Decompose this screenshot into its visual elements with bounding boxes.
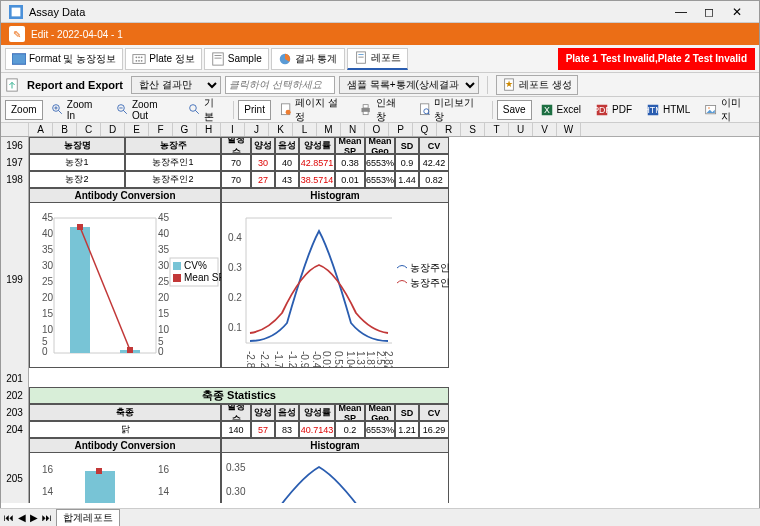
doc-star-icon: ★: [502, 78, 516, 92]
svg-rect-72: [77, 224, 83, 230]
window-title: Assay Data: [29, 6, 667, 18]
maximize-button[interactable]: ◻: [695, 3, 723, 21]
zoom-default-icon: [188, 103, 201, 117]
generate-report-button[interactable]: ★ 레포트 생성: [496, 75, 578, 95]
sheet-tab[interactable]: 합계레포트: [56, 509, 120, 527]
ribbon-tabs: Format 및 농장정보 Plate 정보 Sample 결과 통계 레포트 …: [1, 45, 759, 73]
svg-text:0.3: 0.3: [228, 262, 242, 273]
nav-last-icon[interactable]: ⏭: [42, 512, 52, 523]
sheet-tab-bar: ⏮ ◀ ▶ ⏭ 합계레포트: [0, 508, 760, 526]
printer-icon: [359, 103, 372, 117]
table-row: 197 농장1 농장주인1 70 30 40 42.8571 0.38 6553…: [1, 154, 759, 171]
page-setup-button[interactable]: 페이지 설정: [273, 100, 351, 120]
svg-text:30: 30: [158, 260, 170, 271]
svg-text:10: 10: [42, 324, 54, 335]
table-header-row: 196 농장명 농장주 혈청수 양성 음성 양성률 Mean SP Mean G…: [1, 137, 759, 154]
svg-text:45: 45: [42, 212, 54, 223]
save-pdf-button[interactable]: PDFPDF: [589, 100, 638, 120]
spreadsheet-area[interactable]: AB CD EF GH IJ KL MN OP QR ST UV W 196 농…: [1, 123, 759, 503]
page-setup-icon: [279, 103, 292, 117]
svg-text:15: 15: [158, 308, 170, 319]
tab-format[interactable]: Format 및 농장정보: [5, 48, 123, 70]
zoom-default-button[interactable]: 기본: [182, 100, 229, 120]
zoom-out-icon: [116, 103, 129, 117]
svg-text:Mean SP: Mean SP: [184, 272, 222, 283]
chart-row-1: 199 Antibody Conversion 454035 302520 15…: [1, 188, 759, 370]
svg-point-44: [708, 107, 710, 109]
svg-rect-2: [12, 53, 26, 64]
preview-button[interactable]: 미리보기창: [412, 100, 488, 120]
tab-sample[interactable]: Sample: [204, 48, 269, 70]
print-button[interactable]: 인쇄창: [353, 100, 410, 120]
zoom-in-button[interactable]: Zoom In: [45, 100, 108, 120]
svg-text:-1.767: -1.767: [273, 351, 284, 367]
edit-bar: ✎ Edit - 2022-04-04 - 1: [1, 23, 759, 45]
tab-report[interactable]: 레포트: [347, 48, 408, 70]
tab-plate[interactable]: Plate 정보: [125, 48, 202, 70]
zoom-print-toolbar: Zoom Zoom In Zoom Out 기본 Print 페이지 설정 인쇄…: [1, 97, 759, 123]
svg-text:0.530: 0.530: [333, 351, 344, 367]
report-icon: [354, 51, 368, 65]
report-export-label: Report and Export: [23, 79, 127, 91]
svg-text:0.1: 0.1: [228, 322, 242, 333]
svg-text:25: 25: [42, 276, 54, 287]
svg-line-28: [196, 110, 199, 113]
svg-text:16: 16: [158, 464, 170, 475]
report-toolbar: Report and Export 합산 결과만 샘플 목록+통계(상세결과) …: [1, 73, 759, 97]
zoom-out-button[interactable]: Zoom Out: [110, 100, 180, 120]
table-row: 198 농장2 농장주인2 70 27 43 38.5714 0.01 6553…: [1, 171, 759, 188]
svg-point-30: [286, 109, 291, 114]
svg-point-8: [138, 59, 140, 61]
svg-text:35: 35: [42, 244, 54, 255]
tab-result[interactable]: 결과 통계: [271, 48, 345, 70]
svg-text:20: 20: [158, 292, 170, 303]
svg-text:-2.804: -2.804: [245, 351, 256, 367]
svg-text:HTM: HTM: [646, 104, 660, 114]
svg-rect-75: [173, 262, 181, 270]
svg-text:0.30: 0.30: [226, 486, 246, 497]
excel-icon: X: [540, 103, 554, 117]
svg-text:2.827: 2.827: [383, 351, 394, 367]
section-header-row: 202 축종 Statistics: [1, 387, 759, 404]
svg-text:-1.249: -1.249: [287, 351, 298, 367]
svg-rect-77: [173, 274, 181, 282]
svg-text:40: 40: [158, 228, 170, 239]
svg-text:0.4: 0.4: [228, 232, 242, 243]
save-image-button[interactable]: 이미지: [698, 100, 755, 120]
svg-line-21: [58, 110, 61, 113]
nav-prev-icon[interactable]: ◀: [18, 512, 26, 523]
svg-text:★: ★: [505, 78, 513, 88]
image-icon: [704, 103, 717, 117]
nav-next-icon[interactable]: ▶: [30, 512, 38, 523]
svg-rect-1: [12, 7, 21, 16]
close-button[interactable]: ✕: [723, 3, 751, 21]
print-label: Print: [238, 100, 271, 120]
svg-text:10: 10: [158, 324, 170, 335]
svg-text:15: 15: [42, 308, 54, 319]
svg-text:농장주인1: 농장주인1: [410, 262, 450, 273]
svg-text:농장주인2: 농장주인2: [125, 363, 136, 367]
listmode-select[interactable]: 샘플 목록+통계(상세결과): [339, 76, 479, 94]
svg-text:0.012: 0.012: [321, 351, 332, 367]
save-label: Save: [497, 100, 532, 120]
svg-text:45: 45: [158, 212, 170, 223]
svg-text:14: 14: [42, 486, 54, 497]
svg-text:CV%: CV%: [184, 260, 207, 271]
export-icon: [5, 78, 19, 92]
click-select-input[interactable]: [225, 76, 335, 94]
nav-first-icon[interactable]: ⏮: [4, 512, 14, 523]
minimize-button[interactable]: —: [667, 3, 695, 21]
svg-rect-33: [363, 111, 368, 114]
table-row: 204 닭 140 57 83 40.7143 0.2 6553% 1.21 1…: [1, 421, 759, 438]
table-header-row: 203 축종 혈청수 양성 음성 양성률 Mean SP Mean Geo SD…: [1, 404, 759, 421]
svg-text:0.35: 0.35: [226, 462, 246, 473]
scope-select[interactable]: 합산 결과만: [131, 76, 221, 94]
save-html-button[interactable]: HTMHTML: [640, 100, 696, 120]
svg-text:PDF: PDF: [595, 104, 609, 114]
window-titlebar: Assay Data — ◻ ✕: [1, 1, 759, 23]
chart-histogram-1: Histogram 0.40.30.20.1 농장주인1 농장주인2 -2.80…: [221, 188, 449, 368]
save-excel-button[interactable]: XExcel: [534, 100, 587, 120]
svg-text:16: 16: [42, 464, 54, 475]
svg-text:-0.963: -0.963: [299, 351, 310, 367]
zoom-in-icon: [51, 103, 64, 117]
